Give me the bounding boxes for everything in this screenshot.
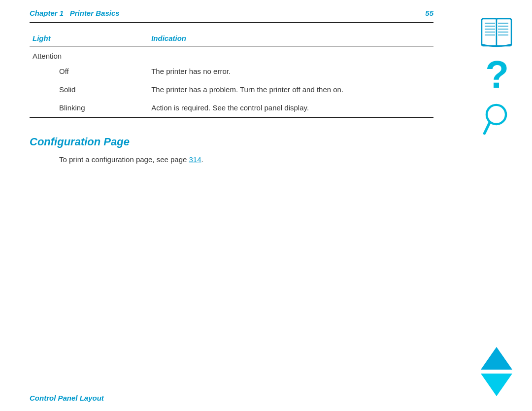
magnifier-icon-container[interactable]: [480, 101, 512, 140]
section-body: To print a configuration page, see page …: [30, 155, 433, 164]
chapter-title: Chapter 1 Printer Basics: [30, 9, 120, 17]
table-row: Off The printer has no error.: [30, 62, 433, 80]
indication-solid: The printer has a problem. Turn the prin…: [148, 80, 433, 99]
svg-text:?: ?: [485, 56, 509, 96]
nav-arrows: [481, 347, 512, 396]
main-content: Chapter 1 Printer Basics 55 Light Indica…: [30, 0, 433, 411]
prev-page-button[interactable]: [481, 347, 512, 370]
table-header-row: Light Indication: [30, 32, 433, 47]
book-icon: [477, 16, 516, 48]
section-body-prefix: To print a configuration page, see page: [59, 155, 189, 164]
table-row: Solid The printer has a problem. Turn th…: [30, 80, 433, 99]
indication-blinking: Action is required. See the control pane…: [148, 99, 433, 117]
section-heading: Configuration Page: [30, 136, 433, 148]
page-number: 55: [425, 9, 433, 17]
table-bottom-border: [30, 117, 433, 118]
page-footer: Control Panel Layout: [30, 394, 104, 402]
indication-off: The printer has no error.: [148, 62, 433, 80]
indicator-table: Light Indication Attention Off The print…: [30, 32, 433, 118]
section-label-row: Attention: [30, 47, 433, 63]
next-page-button[interactable]: [481, 374, 512, 396]
page-header: Chapter 1 Printer Basics 55: [30, 0, 433, 23]
section-label: Attention: [30, 47, 433, 63]
table-row: Blinking Action is required. See the con…: [30, 99, 433, 117]
magnifier-icon: [480, 101, 512, 140]
light-blinking: Blinking: [30, 99, 148, 117]
svg-line-13: [485, 122, 490, 133]
page-link[interactable]: 314: [189, 155, 201, 164]
light-off: Off: [30, 62, 148, 80]
section-body-suffix: .: [201, 155, 203, 164]
col2-header: Indication: [148, 32, 433, 47]
book-icon-container[interactable]: [477, 15, 516, 49]
light-solid: Solid: [30, 80, 148, 99]
right-sidebar: ?: [461, 0, 532, 411]
question-icon: ?: [483, 56, 510, 96]
question-icon-container[interactable]: ?: [480, 56, 512, 96]
section-title: Configuration Page: [30, 136, 433, 148]
col1-header: Light: [30, 32, 148, 47]
footer-label: Control Panel Layout: [30, 394, 104, 402]
